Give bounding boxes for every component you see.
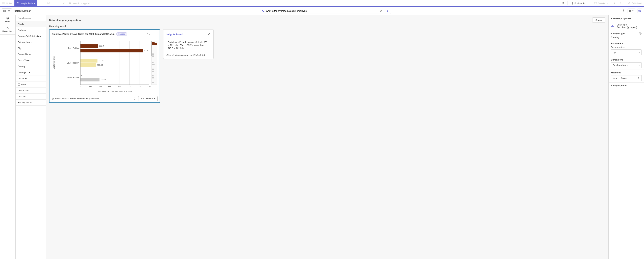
- help-icon[interactable]: [639, 32, 642, 35]
- svg-rect-92: [612, 26, 612, 27]
- close-insights-button[interactable]: [206, 32, 211, 36]
- asset-item-label: AverageCallSatisfaction: [18, 35, 41, 37]
- chart-type-value: Bar chart (grouped): [617, 26, 637, 28]
- grid-icon: [562, 2, 564, 4]
- assets-list[interactable]: AddressAverageCallSatisfactionCategoryNa…: [16, 27, 46, 259]
- add-to-sheet-button[interactable]: Add to sheet: [138, 96, 158, 101]
- clock-icon: [52, 98, 54, 100]
- dimension-value: EmployeeName: [613, 64, 628, 66]
- asset-item-label: CategoryName: [18, 41, 32, 43]
- svg-text:320.54: 320.54: [97, 64, 103, 66]
- selection-forward[interactable]: [52, 0, 60, 6]
- dimension-select[interactable]: EmployeeName: [611, 62, 642, 68]
- pin-button[interactable]: [132, 96, 137, 101]
- asset-item[interactable]: Discount: [16, 94, 46, 100]
- asset-item[interactable]: ContactName: [16, 51, 46, 57]
- asset-item-label: Date: [21, 83, 26, 86]
- analysis-type-label: Analysis type: [611, 32, 625, 35]
- measure-field: Sales: [621, 77, 626, 79]
- svg-text:Louis Presley: Louis Presley: [66, 62, 79, 64]
- asset-item-label: Address: [18, 29, 26, 31]
- edit-sheet-label: Edit sheet: [632, 2, 642, 4]
- asset-item[interactable]: Address: [16, 27, 46, 33]
- svg-text:Rob Carsson: Rob Carsson: [67, 76, 79, 79]
- sheets-icon: [594, 2, 597, 4]
- search-input[interactable]: [260, 8, 379, 13]
- rail-fields[interactable]: Fields: [0, 15, 16, 25]
- clear-selections[interactable]: [60, 0, 67, 6]
- edit-sheet-button[interactable]: Edit sheet: [626, 0, 644, 6]
- svg-text:avg Sales 2021-Jun, avg Sales : avg Sales 2021-Jun, avg Sales 2020-Jun: [98, 90, 132, 92]
- chevron-down-icon: [632, 10, 634, 12]
- asset-item[interactable]: CategoryName: [16, 39, 46, 45]
- view-grid-button[interactable]: [7, 8, 12, 13]
- info-button[interactable]: [637, 8, 642, 13]
- app-grid-button[interactable]: [559, 0, 567, 6]
- favorable-trend-select[interactable]: Up: [611, 49, 642, 55]
- cancel-button[interactable]: Cancel: [592, 17, 606, 23]
- top-toolbar: Notes Insight Advisor No selections appl…: [0, 0, 644, 7]
- insight-advisor-icon: [17, 2, 20, 4]
- asset-item-label: Description: [18, 89, 28, 92]
- favorable-trend-value: Up: [613, 51, 616, 53]
- notes-button[interactable]: Notes: [0, 0, 14, 6]
- asset-item[interactable]: CountryCode: [16, 69, 46, 75]
- svg-rect-93: [612, 25, 613, 27]
- svg-rect-28: [623, 9, 624, 11]
- asset-item[interactable]: Customer: [16, 75, 46, 81]
- insights-card: Insights found Period over Period: avera…: [163, 29, 214, 59]
- chevron-right-icon: [638, 51, 640, 53]
- asset-item[interactable]: Date: [16, 81, 46, 87]
- measure-select[interactable]: Avg Sales: [611, 75, 642, 81]
- rail-master-items[interactable]: Master items: [0, 25, 16, 34]
- chevron-down-icon: [587, 2, 590, 4]
- bookmarks-button[interactable]: Bookmarks: [568, 0, 592, 6]
- asset-item[interactable]: EmployeeName: [16, 100, 46, 106]
- more-options-button[interactable]: [152, 32, 157, 36]
- left-rail: Fields Master items: [0, 15, 16, 259]
- assets-search-input[interactable]: [16, 15, 46, 21]
- center-area: Natural language question Cancel Matchin…: [46, 15, 608, 259]
- selection-tool-1[interactable]: [38, 0, 45, 6]
- svg-point-5: [18, 3, 18, 3]
- selection-back-icon: [47, 2, 50, 4]
- svg-text:-: -: [81, 74, 82, 76]
- submit-search-button[interactable]: [385, 8, 390, 13]
- sheets-button[interactable]: Sheets: [592, 0, 611, 6]
- asset-item[interactable]: Cost of Sale: [16, 57, 46, 63]
- bookmark-icon: [570, 2, 573, 4]
- svg-rect-13: [562, 2, 563, 3]
- insight-advisor-button[interactable]: Insight Advisor: [14, 0, 38, 6]
- svg-text:0: 0: [80, 86, 81, 88]
- svg-text:Joan Callins: Joan Callins: [68, 47, 79, 49]
- asset-item[interactable]: Description: [16, 87, 46, 94]
- rail-master-label: Master items: [2, 30, 14, 32]
- sheet-prev[interactable]: [611, 0, 618, 6]
- measure-agg[interactable]: Avg: [611, 75, 619, 81]
- asset-item[interactable]: City: [16, 45, 46, 51]
- asset-item[interactable]: AverageCallSatisfaction: [16, 33, 46, 39]
- svg-rect-85: [152, 75, 154, 76]
- sheets-label: Sheets: [598, 2, 605, 4]
- favorable-trend-label: Favorable trend: [611, 46, 642, 48]
- bar-chart[interactable]: 02004006008001k1.2k1.4kEmployeeNameJoan …: [52, 39, 157, 93]
- svg-point-95: [639, 32, 642, 34]
- clear-search-button[interactable]: [379, 8, 384, 13]
- page-title: Insight Advisor: [14, 9, 31, 12]
- insight-advisor-label: Insight Advisor: [21, 2, 35, 4]
- fullscreen-button[interactable]: [146, 32, 151, 36]
- chevron-right-icon: [638, 77, 640, 79]
- selection-icon: [40, 2, 42, 4]
- svg-rect-16: [562, 3, 563, 3]
- svg-point-41: [156, 34, 156, 34]
- view-list-button[interactable]: [2, 8, 7, 13]
- sheet-next[interactable]: [618, 0, 624, 6]
- properties-panel: Analysis properties Chart type Bar chart…: [608, 15, 644, 259]
- selection-back[interactable]: [45, 0, 52, 6]
- insight-caption: >Period: Month comparison (OrderDate): [166, 54, 211, 56]
- insight-text: Period over Period: average Sales is 353…: [166, 39, 211, 52]
- language-select[interactable]: en: [628, 8, 635, 13]
- voice-input-button[interactable]: [621, 8, 626, 13]
- svg-line-25: [264, 11, 264, 12]
- asset-item[interactable]: Country: [16, 63, 46, 69]
